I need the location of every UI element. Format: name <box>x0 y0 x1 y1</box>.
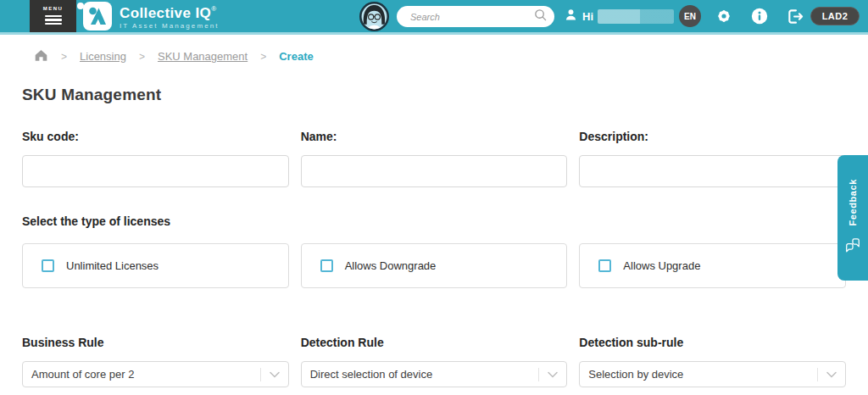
feedback-tab-label: Feedback <box>848 179 858 226</box>
brand-text: Collective IQ® IT Asset Management <box>120 6 220 30</box>
detection-rule-group: Detection Rule Direct selection of devic… <box>301 336 568 387</box>
environment-badge[interactable]: LAD2 <box>810 7 860 25</box>
info-icon[interactable] <box>751 8 768 28</box>
brand-tagline: IT Asset Management <box>120 23 220 30</box>
brand[interactable]: Collective IQ® IT Asset Management <box>83 2 220 34</box>
chevron-down-icon <box>539 371 566 378</box>
brand-dot <box>77 3 84 9</box>
feedback-bubbles-icon <box>844 237 861 257</box>
unlimited-licenses-label: Unlimited Licenses <box>66 259 159 272</box>
detection-sub-rule-label: Detection sub-rule <box>579 336 846 349</box>
field-name: Name: <box>301 130 568 187</box>
allows-downgrade-checkbox[interactable] <box>320 259 333 272</box>
sku-code-input[interactable] <box>22 155 289 187</box>
feedback-tab[interactable]: Feedback <box>837 155 868 281</box>
unlimited-licenses-checkbox[interactable] <box>42 259 54 272</box>
detection-sub-rule-value: Selection by device <box>580 368 683 381</box>
field-description: Description: <box>579 130 846 187</box>
business-rule-label: Business Rule <box>22 336 289 349</box>
business-rule-select[interactable]: Amount of core per 2 <box>22 361 289 387</box>
license-card-upgrade: Allows Upgrade <box>579 243 846 288</box>
page-title: SKU Management <box>22 86 846 104</box>
redacted-username <box>598 9 674 24</box>
search-icon[interactable] <box>533 8 548 25</box>
name-input[interactable] <box>301 155 568 187</box>
breadcrumb-separator: > <box>61 51 67 63</box>
breadcrumb-separator: > <box>139 51 145 63</box>
logout-icon[interactable] <box>787 8 804 28</box>
license-card-downgrade: Allows Downgrade <box>301 243 568 288</box>
language-badge[interactable]: EN <box>679 5 701 27</box>
main-content: SKU Management Sku code: Name: Descripti… <box>0 86 868 387</box>
hamburger-icon <box>45 14 62 27</box>
breadcrumb-link-licensing[interactable]: Licensing <box>80 50 126 63</box>
app-header: MENU Collective IQ® IT Asset Management <box>0 0 868 32</box>
breadcrumb-home[interactable] <box>34 48 48 64</box>
business-rule-value: Amount of core per 2 <box>23 368 134 381</box>
fields-row: Sku code: Name: Description: <box>22 130 846 187</box>
detection-rule-label: Detection Rule <box>301 336 568 349</box>
chevron-down-icon <box>261 371 288 378</box>
brand-logo-icon <box>83 2 112 34</box>
breadcrumb-current: Create <box>279 50 313 63</box>
description-input[interactable] <box>579 155 846 187</box>
search-bar <box>397 6 554 27</box>
license-options-row: Unlimited Licenses Allows Downgrade Allo… <box>22 243 846 288</box>
business-rule-group: Business Rule Amount of core per 2 <box>22 336 289 387</box>
description-label: Description: <box>579 130 846 143</box>
search-input[interactable] <box>409 11 533 23</box>
sku-code-label: Sku code: <box>22 130 289 143</box>
detection-sub-rule-group: Detection sub-rule Selection by device <box>579 336 846 387</box>
license-card-unlimited: Unlimited Licenses <box>22 243 289 288</box>
menu-button[interactable]: MENU <box>30 0 76 32</box>
detection-rule-select[interactable]: Direct selection of device <box>301 361 568 387</box>
field-sku-code: Sku code: <box>22 130 289 187</box>
menu-button-label: MENU <box>43 6 64 11</box>
user-icon <box>565 8 577 25</box>
home-icon <box>34 48 48 64</box>
license-section-heading: Select the type of licenses <box>22 214 846 228</box>
avatar[interactable] <box>359 2 389 31</box>
name-label: Name: <box>301 130 568 143</box>
brand-registered-mark: ® <box>211 5 216 13</box>
breadcrumb-link-sku-management[interactable]: SKU Management <box>158 50 248 63</box>
chevron-down-icon <box>818 371 845 378</box>
rules-row: Business Rule Amount of core per 2 Detec… <box>22 336 846 387</box>
detection-rule-value: Direct selection of device <box>302 368 433 381</box>
greeting-text: Hi <box>582 10 593 23</box>
detection-sub-rule-select[interactable]: Selection by device <box>579 361 846 387</box>
allows-downgrade-label: Allows Downgrade <box>345 259 437 272</box>
breadcrumb: > Licensing > SKU Management > Create <box>0 35 868 64</box>
allows-upgrade-label: Allows Upgrade <box>623 259 700 272</box>
breadcrumb-separator: > <box>260 51 266 63</box>
gear-icon[interactable] <box>715 8 732 28</box>
allows-upgrade-checkbox[interactable] <box>598 259 611 272</box>
brand-name: Collective IQ <box>120 5 211 21</box>
user-greeting[interactable]: Hi <box>565 0 674 32</box>
